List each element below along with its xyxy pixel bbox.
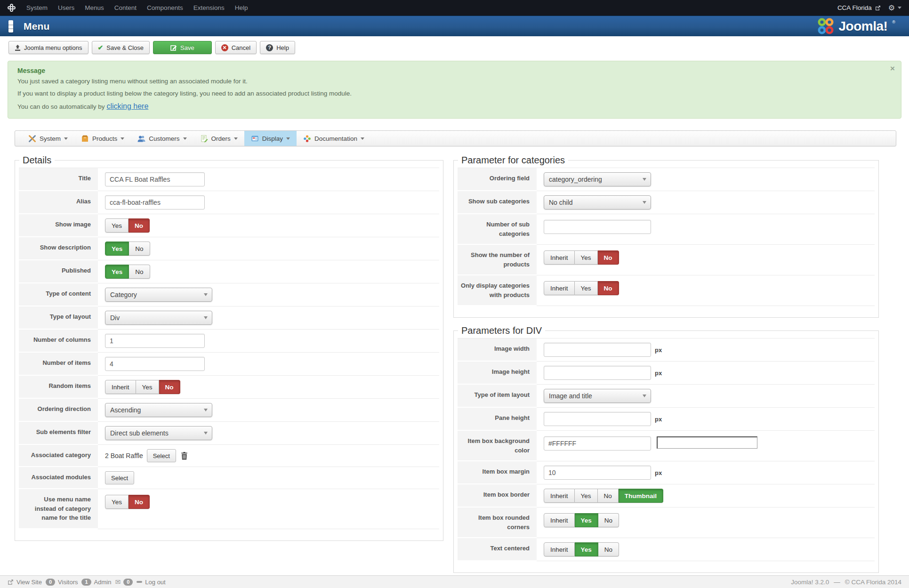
toggle-inherit[interactable]: Inherit <box>544 250 575 265</box>
nav-extensions[interactable]: Extensions <box>188 4 230 11</box>
save-button[interactable]: Save <box>153 41 212 54</box>
joomla-menu-options-button[interactable]: Joomla menu options <box>8 41 88 54</box>
tab-display[interactable]: Display <box>244 131 297 146</box>
box-icon <box>81 135 89 143</box>
joomla-mark-icon <box>8 4 16 12</box>
toggle-no[interactable]: No <box>598 250 619 265</box>
number-of-items-input[interactable] <box>105 357 205 371</box>
type-of-layout-select[interactable]: Div <box>105 311 212 325</box>
power-icon <box>137 581 142 583</box>
view-site-link[interactable]: View Site <box>8 579 42 586</box>
field-pane-height: Pane height px <box>458 408 875 431</box>
visitors-counter[interactable]: 0 Visitors <box>46 579 78 586</box>
toggle-no[interactable]: No <box>129 218 150 233</box>
details-fieldset: Details Title Alias Show image Yes No <box>15 155 443 541</box>
alias-input[interactable] <box>105 195 205 209</box>
toggle-yes[interactable]: Yes <box>575 250 598 265</box>
nav-help[interactable]: Help <box>230 4 253 11</box>
number-of-sub-categories-input[interactable] <box>544 220 651 234</box>
page-title: Menu <box>24 21 50 32</box>
toggle-no[interactable]: No <box>598 542 619 556</box>
title-input[interactable] <box>105 172 205 186</box>
nav-content[interactable]: Content <box>109 4 142 11</box>
site-preview-link[interactable]: CCA Florida <box>837 4 881 11</box>
toggle-no[interactable]: No <box>598 281 619 295</box>
type-of-item-layout-select[interactable]: Image and title <box>544 389 651 403</box>
trash-icon[interactable] <box>181 452 188 460</box>
associated-category-select-button[interactable]: Select <box>147 449 176 462</box>
clicking-here-link[interactable]: clicking here <box>106 102 148 110</box>
message-line: You just saved a category listing menu w… <box>17 78 882 85</box>
image-width-input[interactable] <box>544 343 651 357</box>
field-number-of-columns: Number of columns <box>19 330 439 353</box>
admin-footer: View Site 0 Visitors 1 Admin ✉ 0 Log out… <box>0 575 909 588</box>
chevron-down-icon <box>204 409 208 411</box>
message-line: You can do so automatically by clicking … <box>17 102 882 111</box>
ordering-direction-select[interactable]: Ascending <box>105 403 212 417</box>
toggle-inherit[interactable]: Inherit <box>105 380 136 394</box>
component-menu-bar: System Products Customers Orders Display… <box>15 130 896 146</box>
image-height-input[interactable] <box>544 366 651 380</box>
tab-products[interactable]: Products <box>74 131 131 146</box>
use-menu-name-toggle: Yes No <box>105 495 150 509</box>
toggle-yes[interactable]: Yes <box>105 242 129 256</box>
type-of-content-select[interactable]: Category <box>105 288 212 302</box>
external-link-icon <box>8 579 14 585</box>
sub-elements-filter-select[interactable]: Direct sub elements <box>105 426 212 440</box>
field-type-of-content: Type of content Category <box>19 283 439 306</box>
toggle-no[interactable]: No <box>129 242 150 256</box>
admin-counter[interactable]: 1 Admin <box>81 579 111 586</box>
item-box-margin-input[interactable] <box>544 466 651 480</box>
toggle-yes[interactable]: Yes <box>575 281 598 295</box>
tab-customers[interactable]: Customers <box>131 131 193 146</box>
item-box-background-color-input[interactable] <box>544 436 651 451</box>
associated-modules-select-button[interactable]: Select <box>105 471 134 484</box>
log-out-link[interactable]: Log out <box>137 579 165 586</box>
px-unit: px <box>655 469 662 476</box>
external-link-icon <box>875 5 881 11</box>
admin-top-bar: System Users Menus Content Components Ex… <box>0 0 909 16</box>
pane-height-input[interactable] <box>544 412 651 426</box>
tab-documentation[interactable]: Documentation <box>297 131 371 146</box>
cancel-button[interactable]: ✕ Cancel <box>215 41 257 54</box>
joomla-logo-icon <box>817 18 835 35</box>
toggle-thumbnail[interactable]: Thumbnail <box>619 489 663 503</box>
chevron-down-icon <box>643 178 646 181</box>
toggle-inherit[interactable]: Inherit <box>544 542 575 556</box>
color-swatch[interactable] <box>657 436 757 449</box>
toggle-yes[interactable]: Yes <box>575 489 598 503</box>
toggle-no[interactable]: No <box>598 489 619 503</box>
number-of-columns-input[interactable] <box>105 334 205 348</box>
documentation-icon <box>303 135 311 143</box>
close-icon[interactable]: × <box>890 64 895 72</box>
toggle-inherit[interactable]: Inherit <box>544 281 575 295</box>
tab-system[interactable]: System <box>22 131 74 146</box>
nav-users[interactable]: Users <box>53 4 80 11</box>
toggle-yes[interactable]: Yes <box>575 542 598 556</box>
ordering-field-select[interactable]: category_ordering <box>544 172 651 186</box>
toggle-inherit[interactable]: Inherit <box>544 513 575 527</box>
details-legend: Details <box>19 155 55 166</box>
show-sub-categories-select[interactable]: No child <box>544 195 651 209</box>
field-only-display-categories: Only display categories with products In… <box>458 275 875 306</box>
item-box-rounded-corners-toggle: Inherit Yes No <box>544 513 619 527</box>
settings-menu[interactable]: ⚙ <box>888 3 901 12</box>
toggle-no[interactable]: No <box>129 495 150 509</box>
save-close-button[interactable]: ✔ Save & Close <box>92 41 150 54</box>
toggle-no[interactable]: No <box>598 513 619 527</box>
toggle-yes[interactable]: Yes <box>575 513 598 527</box>
messages-counter[interactable]: ✉ 0 <box>115 578 133 586</box>
toggle-inherit[interactable]: Inherit <box>544 489 575 503</box>
nav-system[interactable]: System <box>21 4 53 11</box>
toggle-yes[interactable]: Yes <box>105 495 129 509</box>
nav-menus[interactable]: Menus <box>80 4 109 11</box>
toggle-yes[interactable]: Yes <box>136 380 159 394</box>
tab-orders[interactable]: Orders <box>193 131 244 146</box>
help-button[interactable]: ? Help <box>260 41 295 54</box>
toggle-yes[interactable]: Yes <box>105 218 129 233</box>
toggle-no[interactable]: No <box>129 265 150 279</box>
toggle-no[interactable]: No <box>159 380 180 394</box>
edit-icon <box>170 44 177 51</box>
nav-components[interactable]: Components <box>142 4 188 11</box>
toggle-yes[interactable]: Yes <box>105 265 129 279</box>
